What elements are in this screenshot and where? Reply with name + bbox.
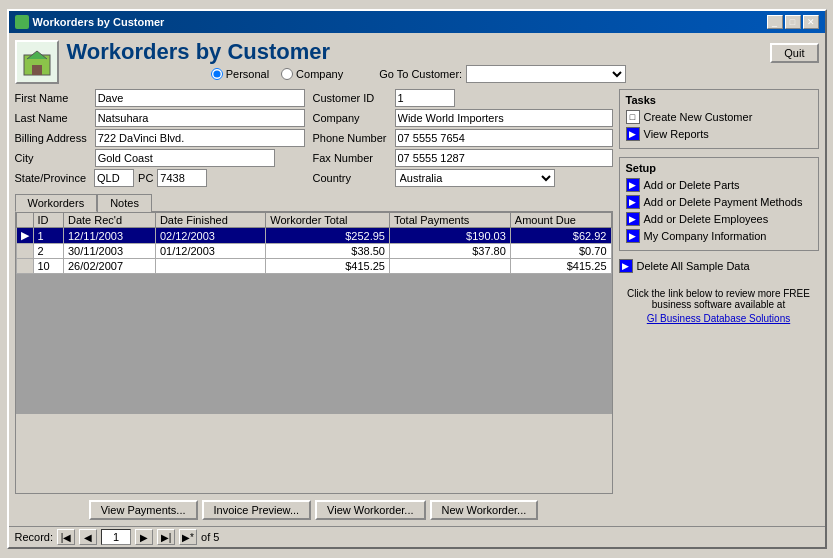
table-cell: $252.95 xyxy=(266,228,390,244)
customer-id-label: Customer ID xyxy=(313,92,391,104)
record-last-button[interactable]: ▶| xyxy=(157,529,175,545)
th-date-recd: Date Rec'd xyxy=(63,213,155,228)
company-label: Company xyxy=(313,112,391,124)
pc-label: PC xyxy=(138,172,153,184)
country-label: Country xyxy=(313,172,391,184)
add-employees-item[interactable]: ▶ Add or Delete Employees xyxy=(626,212,812,226)
table-cell: $38.50 xyxy=(266,244,390,259)
right-panel: Tasks □ Create New Customer ▶ View Repor… xyxy=(619,89,819,520)
bottom-right-area: ▶ Delete All Sample Data Click the link … xyxy=(619,259,819,324)
tab-workorders[interactable]: Workorders xyxy=(15,194,98,212)
company-input[interactable] xyxy=(395,109,613,127)
th-date-finished: Date Finished xyxy=(155,213,265,228)
last-name-input[interactable] xyxy=(95,109,305,127)
add-parts-label: Add or Delete Parts xyxy=(644,179,740,191)
promo-area: Click the link below to review more FREE… xyxy=(619,288,819,324)
view-workorder-button[interactable]: View Workorder... xyxy=(315,500,425,520)
record-label: Record: xyxy=(15,531,54,543)
main-window: Workorders by Customer _ □ ✕ Workorders … xyxy=(7,9,827,549)
radio-personal-input[interactable] xyxy=(211,68,223,80)
setup-panel: Setup ▶ Add or Delete Parts ▶ Add or Del… xyxy=(619,157,819,251)
phone-label: Phone Number xyxy=(313,132,391,144)
record-prev-button[interactable]: ◀ xyxy=(79,529,97,545)
radio-personal[interactable]: Personal xyxy=(211,68,269,80)
table-row[interactable]: ▶112/11/200302/12/2003$252.95$190.03$62.… xyxy=(16,228,611,244)
maximize-button[interactable]: □ xyxy=(785,15,801,29)
record-total: of 5 xyxy=(201,531,219,543)
svg-rect-1 xyxy=(32,65,42,75)
th-id: ID xyxy=(33,213,63,228)
add-parts-item[interactable]: ▶ Add or Delete Parts xyxy=(626,178,812,192)
record-new-button[interactable]: ▶* xyxy=(179,529,197,545)
city-input[interactable] xyxy=(95,149,275,167)
promo-link[interactable]: GI Business Database Solutions xyxy=(647,313,790,324)
view-reports-item[interactable]: ▶ View Reports xyxy=(626,127,812,141)
th-total-payments: Total Payments xyxy=(389,213,510,228)
tab-bar: Workorders Notes xyxy=(15,193,613,211)
country-select[interactable]: Australia xyxy=(395,169,555,187)
delete-sample-icon: ▶ xyxy=(619,259,633,273)
billing-input[interactable] xyxy=(95,129,305,147)
billing-label: Billing Address xyxy=(15,132,91,144)
view-payments-button[interactable]: View Payments... xyxy=(89,500,198,520)
add-payment-icon: ▶ xyxy=(626,195,640,209)
add-payment-item[interactable]: ▶ Add or Delete Payment Methods xyxy=(626,195,812,209)
form-right-grid: Customer ID Company Phone Number Fax Num… xyxy=(313,89,613,187)
table-cell: 2 xyxy=(33,244,63,259)
left-panel: First Name Last Name Billing Address Cit… xyxy=(15,89,613,520)
table-cell: 1 xyxy=(33,228,63,244)
delete-sample-item[interactable]: ▶ Delete All Sample Data xyxy=(619,259,819,273)
table-cell: $190.03 xyxy=(389,228,510,244)
quit-area: Quit xyxy=(770,43,818,63)
goto-row: Go To Customer: xyxy=(379,65,626,83)
first-name-label: First Name xyxy=(15,92,91,104)
pc-input[interactable] xyxy=(157,169,207,187)
record-number-input[interactable] xyxy=(101,529,131,545)
my-company-item[interactable]: ▶ My Company Information xyxy=(626,229,812,243)
invoice-preview-button[interactable]: Invoice Preview... xyxy=(202,500,312,520)
record-first-button[interactable]: |◀ xyxy=(57,529,75,545)
view-reports-icon: ▶ xyxy=(626,127,640,141)
header-area: Workorders by Customer Personal Company xyxy=(15,39,819,85)
table-cell: ▶ xyxy=(16,228,33,244)
main-content: Workorders by Customer Personal Company xyxy=(9,33,825,526)
radio-company-label: Company xyxy=(296,68,343,80)
nav-row: Personal Company Go To Customer: xyxy=(67,65,771,83)
tab-notes[interactable]: Notes xyxy=(97,194,152,212)
first-name-input[interactable] xyxy=(95,89,305,107)
radio-company[interactable]: Company xyxy=(281,68,343,80)
table-row[interactable]: 230/11/200301/12/2003$38.50$37.80$0.70 xyxy=(16,244,611,259)
table-row[interactable]: 1026/02/2007$415.25$415.25 xyxy=(16,259,611,274)
th-amount-due: Amount Due xyxy=(510,213,611,228)
customer-id-input[interactable] xyxy=(395,89,455,107)
quit-button[interactable]: Quit xyxy=(770,43,818,63)
table-cell: 01/12/2003 xyxy=(155,244,265,259)
form-left-grid: First Name Last Name Billing Address Cit… xyxy=(15,89,305,167)
table-cell: $37.80 xyxy=(389,244,510,259)
create-customer-item[interactable]: □ Create New Customer xyxy=(626,110,812,124)
form-area: First Name Last Name Billing Address Cit… xyxy=(15,89,613,187)
state-input[interactable] xyxy=(94,169,134,187)
record-next-button[interactable]: ▶ xyxy=(135,529,153,545)
goto-label: Go To Customer: xyxy=(379,68,462,80)
fax-input[interactable] xyxy=(395,149,613,167)
add-parts-icon: ▶ xyxy=(626,178,640,192)
th-arrow xyxy=(16,213,33,228)
new-workorder-button[interactable]: New Workorder... xyxy=(430,500,539,520)
table-cell xyxy=(155,259,265,274)
radio-company-input[interactable] xyxy=(281,68,293,80)
close-button[interactable]: ✕ xyxy=(803,15,819,29)
goto-select[interactable] xyxy=(466,65,626,83)
city-label: City xyxy=(15,152,91,164)
app-icon-large xyxy=(15,40,59,84)
add-employees-label: Add or Delete Employees xyxy=(644,213,769,225)
promo-text: Click the link below to review more FREE… xyxy=(619,288,819,310)
radio-group: Personal Company xyxy=(211,68,344,80)
state-row: State/Province PC xyxy=(15,169,305,187)
tasks-panel: Tasks □ Create New Customer ▶ View Repor… xyxy=(619,89,819,149)
phone-input[interactable] xyxy=(395,129,613,147)
app-title-area: Workorders by Customer Personal Company xyxy=(67,39,771,85)
add-payment-label: Add or Delete Payment Methods xyxy=(644,196,803,208)
minimize-button[interactable]: _ xyxy=(767,15,783,29)
table-cell: $62.92 xyxy=(510,228,611,244)
